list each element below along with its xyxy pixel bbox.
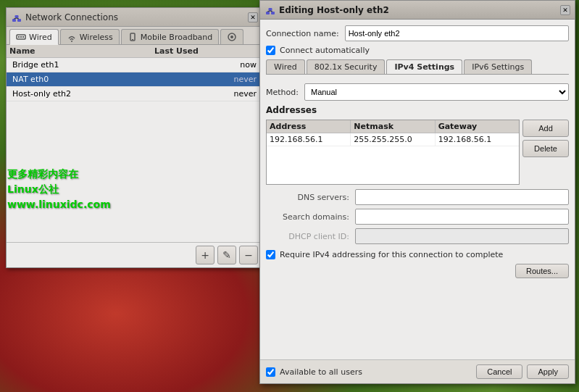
- table-row[interactable]: Host-only eth2 never: [7, 87, 262, 101]
- row-last-used: never: [157, 89, 257, 99]
- connect-auto-row: Connect automatically: [266, 46, 569, 55]
- svg-rect-16: [269, 8, 272, 11]
- tab-wired[interactable]: Wired: [9, 29, 59, 45]
- editing-window: Editing Host-only eth2 ✕ Connection name…: [259, 0, 575, 384]
- svg-rect-6: [18, 36, 20, 38]
- available-row: Available to all users: [266, 367, 362, 377]
- network-content: Name Last Used Bridge eth1 now NAT eth0 …: [7, 45, 262, 267]
- svg-rect-0: [12, 19, 16, 22]
- network-titlebar: Network Connections ✕: [7, 8, 262, 27]
- row-last-used: now: [157, 60, 257, 70]
- search-input[interactable]: [355, 209, 569, 225]
- svg-rect-15: [271, 12, 275, 14]
- editing-titlebar: Editing Host-only eth2 ✕: [260, 1, 575, 20]
- ipv4-tab-content: Method: Manual Automatic (DHCP) Link-Loc…: [266, 79, 569, 354]
- method-select[interactable]: Manual Automatic (DHCP) Link-Local Only …: [304, 83, 569, 101]
- dhcp-input[interactable]: [355, 228, 569, 244]
- method-label: Method:: [266, 88, 299, 97]
- addresses-table: Address Netmask Gateway 192.168.56.1 255…: [266, 120, 520, 185]
- cancel-button[interactable]: Cancel: [476, 364, 522, 379]
- table-row[interactable]: NAT eth0 never: [7, 72, 262, 87]
- inner-tabs: Wired 802.1x Security IPv4 Settings IPv6…: [266, 59, 569, 75]
- dhcp-label: DHCP client ID:: [266, 232, 349, 241]
- routes-row: Routes...: [266, 264, 569, 278]
- svg-rect-7: [20, 36, 22, 38]
- delete-connection-button[interactable]: −: [239, 246, 258, 264]
- editing-body: Connection name: Connect automatically W…: [260, 20, 575, 359]
- search-row: Search domains:: [266, 209, 569, 225]
- editing-close-button[interactable]: ✕: [560, 5, 570, 15]
- ipv4-require-row: Require IPv4 addressing for this connect…: [266, 249, 569, 259]
- tab-wireless[interactable]: Wireless: [60, 29, 120, 44]
- form-fields: DNS servers: Search domains: DHCP client…: [266, 189, 569, 244]
- editing-footer: Available to all users Cancel Apply: [260, 359, 575, 383]
- conn-name-label: Connection name:: [266, 29, 339, 38]
- connect-auto-label: Connect automatically: [280, 46, 370, 55]
- svg-rect-11: [132, 39, 133, 40]
- col-name-header: Name: [9, 46, 154, 56]
- svg-point-9: [71, 41, 72, 42]
- tab-mobile-label: Mobile Broadband: [141, 33, 213, 42]
- svg-rect-14: [266, 12, 270, 14]
- svg-rect-8: [22, 36, 24, 38]
- editing-window-title: Editing Host-only eth2: [279, 5, 389, 15]
- connect-auto-checkbox[interactable]: [266, 46, 275, 55]
- search-label: Search domains:: [266, 212, 349, 222]
- ipv4-require-label: Require IPv4 addressing for this connect…: [280, 250, 503, 259]
- inner-tab-wired[interactable]: Wired: [266, 59, 305, 74]
- svg-line-18: [270, 11, 272, 12]
- network-window-title: Network Connections: [25, 12, 118, 22]
- svg-line-17: [267, 11, 270, 12]
- tab-mobile[interactable]: Mobile Broadband: [121, 29, 220, 44]
- dns-row: DNS servers:: [266, 189, 569, 205]
- available-label: Available to all users: [280, 367, 362, 377]
- inner-tab-ipv4[interactable]: IPv4 Settings: [386, 59, 462, 74]
- row-name: Bridge eth1: [12, 60, 157, 70]
- tab-wireless-label: Wireless: [80, 33, 113, 42]
- addr-cell-netmask: 255.255.255.0: [351, 133, 435, 146]
- add-address-button[interactable]: Add: [522, 120, 569, 137]
- routes-button[interactable]: Routes...: [515, 264, 569, 278]
- addr-col-address: Address: [267, 120, 351, 133]
- addresses-area: Address Netmask Gateway 192.168.56.1 255…: [266, 120, 569, 185]
- network-connections-window: Network Connections ✕ Wired: [6, 7, 263, 268]
- network-actions: + ✎ −: [7, 242, 262, 267]
- svg-line-3: [14, 18, 17, 19]
- table-row[interactable]: Bridge eth1 now: [7, 58, 262, 72]
- delete-address-button[interactable]: Delete: [522, 140, 569, 157]
- tab-wired-label: Wired: [29, 33, 52, 42]
- col-last-used-header: Last Used: [154, 46, 259, 56]
- wired-tab-icon: [16, 32, 26, 42]
- conn-name-input[interactable]: [345, 25, 569, 41]
- dhcp-row: DHCP client ID:: [266, 228, 569, 244]
- addr-col-netmask: Netmask: [351, 120, 435, 133]
- edit-connection-button[interactable]: ✎: [217, 246, 236, 264]
- method-row: Method: Manual Automatic (DHCP) Link-Loc…: [266, 83, 569, 101]
- row-name: Host-only eth2: [12, 89, 157, 99]
- ipv4-require-checkbox[interactable]: [266, 250, 275, 259]
- apply-button[interactable]: Apply: [527, 364, 569, 379]
- add-connection-button[interactable]: +: [196, 246, 214, 264]
- addr-buttons: Add Delete: [522, 120, 569, 185]
- table-header: Name Last Used: [7, 45, 262, 58]
- other-tab-icon: [227, 32, 237, 42]
- available-checkbox[interactable]: [266, 367, 275, 377]
- editing-window-icon: [264, 4, 276, 16]
- addr-col-gateway: Gateway: [436, 120, 519, 133]
- wireless-tab-icon: [67, 32, 77, 42]
- row-name: NAT eth0: [12, 75, 157, 84]
- addr-header: Address Netmask Gateway: [267, 120, 519, 133]
- inner-tab-8021x[interactable]: 802.1x Security: [307, 59, 386, 74]
- addr-row[interactable]: 192.168.56.1 255.255.255.0 192.168.56.1: [267, 133, 519, 146]
- inner-tab-ipv6[interactable]: IPv6 Settings: [464, 59, 532, 74]
- dns-label: DNS servers:: [266, 193, 349, 202]
- connections-table: Name Last Used Bridge eth1 now NAT eth0 …: [7, 45, 262, 242]
- network-close-button[interactable]: ✕: [248, 12, 258, 22]
- dns-input[interactable]: [355, 189, 569, 205]
- svg-line-4: [17, 18, 19, 19]
- addresses-title: Addresses: [266, 105, 569, 115]
- conn-name-row: Connection name:: [266, 25, 569, 41]
- svg-point-13: [230, 36, 233, 38]
- titlebar-left: Network Connections: [11, 12, 118, 23]
- tab-other[interactable]: [220, 29, 243, 44]
